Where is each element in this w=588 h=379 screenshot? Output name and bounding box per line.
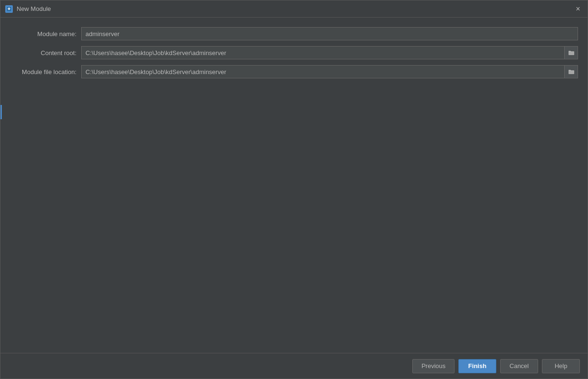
svg-rect-3 <box>569 51 574 55</box>
left-accent <box>0 105 2 119</box>
module-name-input[interactable] <box>81 27 578 40</box>
module-file-location-input[interactable] <box>81 65 565 78</box>
content-root-input-wrapper <box>81 46 578 59</box>
bottom-bar: Previous Finish Cancel Help <box>0 353 588 379</box>
module-file-location-label: Module file location: <box>10 68 76 76</box>
new-module-dialog: New Module × Module name: Content root: <box>0 0 588 379</box>
svg-rect-2 <box>9 8 9 10</box>
help-button[interactable]: Help <box>542 359 580 373</box>
dialog-title: New Module <box>17 5 573 12</box>
content-root-row: Content root: <box>10 46 578 59</box>
content-spacer <box>10 84 578 343</box>
module-file-location-browse-button[interactable] <box>565 65 578 78</box>
content-root-input[interactable] <box>81 46 565 59</box>
finish-button[interactable]: Finish <box>458 359 496 373</box>
folder-icon-2 <box>568 68 575 75</box>
cancel-button[interactable]: Cancel <box>500 359 538 373</box>
content-root-browse-button[interactable] <box>565 46 578 59</box>
title-bar: New Module × <box>0 0 588 18</box>
previous-button[interactable]: Previous <box>412 359 455 373</box>
svg-rect-6 <box>569 70 571 71</box>
module-name-input-wrapper <box>81 27 578 40</box>
content-root-label: Content root: <box>10 49 76 57</box>
dialog-icon <box>5 5 13 13</box>
svg-rect-4 <box>569 51 571 52</box>
module-file-location-row: Module file location: <box>10 65 578 78</box>
module-name-label: Module name: <box>10 30 76 38</box>
module-file-location-input-wrapper <box>81 65 578 78</box>
close-button[interactable]: × <box>573 4 583 14</box>
folder-icon <box>568 49 575 56</box>
svg-rect-5 <box>569 70 574 74</box>
content-area: Module name: Content root: Module file l… <box>0 18 588 353</box>
module-name-row: Module name: <box>10 27 578 40</box>
